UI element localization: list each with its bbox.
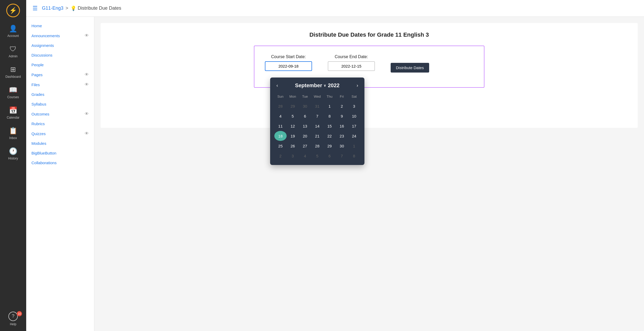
calendar-label: Calendar [7, 116, 20, 119]
sidebar-item-home[interactable]: Home [26, 21, 94, 31]
cal-day-cell[interactable]: 24 [348, 131, 360, 141]
cal-day-cell[interactable]: 5 [287, 111, 299, 121]
sidebar-item-history[interactable]: 🕐 History [0, 144, 26, 164]
cal-day-cell[interactable]: 15 [323, 121, 336, 131]
cal-day-cell[interactable]: 28 [311, 141, 324, 151]
cal-day-cell: 7 [336, 151, 348, 161]
sidebar-item-label: Collaborations [31, 161, 57, 165]
cal-day-cell[interactable]: 23 [336, 131, 348, 141]
cal-day-cell[interactable]: 18 [274, 131, 287, 141]
sidebar-item-account[interactable]: 👤 Account [0, 21, 26, 41]
sidebar-item-quizzes[interactable]: Quizzes👁 [26, 129, 94, 139]
sidebar-item-bigbluebutton[interactable]: BigBlueButton [26, 148, 94, 158]
help-badge: 10 [17, 311, 22, 316]
sidebar-item-rubrics[interactable]: Rubrics [26, 119, 94, 129]
cal-day-header-mon: Mon [287, 93, 299, 101]
cal-day-cell[interactable]: 3 [348, 101, 360, 111]
start-date-label: Course Start Date: [271, 54, 306, 59]
sidebar-item-grades[interactable]: Grades [26, 90, 94, 99]
cal-day-cell[interactable]: 13 [299, 121, 311, 131]
history-icon: 🕐 [9, 147, 17, 155]
breadcrumb-current: 💡 Distribute Due Dates [70, 5, 121, 11]
cal-day-cell[interactable]: 10 [348, 111, 360, 121]
breadcrumb-link[interactable]: G11-Eng3 [42, 5, 63, 11]
cal-day-cell[interactable]: 26 [287, 141, 299, 151]
cal-day-cell[interactable]: 14 [311, 121, 324, 131]
sidebar-item-collaborations[interactable]: Collaborations [26, 158, 94, 168]
eye-icon: 👁 [85, 82, 89, 87]
cal-day-cell[interactable]: 19 [287, 131, 299, 141]
courses-icon: 📖 [9, 86, 17, 94]
cal-day-cell[interactable]: 27 [299, 141, 311, 151]
distribute-button[interactable]: Distribute Dates [391, 63, 429, 73]
cal-day-cell[interactable]: 16 [336, 121, 348, 131]
help-label: Help [10, 322, 17, 326]
cal-day-cell[interactable]: 30 [336, 141, 348, 151]
cal-day-cell[interactable]: 22 [323, 131, 336, 141]
sidebar-item-outcomes[interactable]: Outcomes👁 [26, 109, 94, 119]
start-date-field: Course Start Date: [265, 54, 312, 71]
cal-day-cell[interactable]: 8 [323, 111, 336, 121]
cal-day-cell[interactable]: 29 [323, 141, 336, 151]
calendar-next-button[interactable]: › [354, 82, 360, 89]
sidebar-item-label: Announcements [31, 34, 60, 38]
cal-day-cell[interactable]: 7 [311, 111, 324, 121]
cal-day-cell[interactable]: 25 [274, 141, 287, 151]
courses-label: Courses [7, 95, 19, 99]
sidebar-item-label: People [31, 63, 44, 67]
sidebar-item-admin[interactable]: 🛡 Admin [0, 41, 26, 62]
end-date-input[interactable] [328, 61, 375, 71]
sidebar-item-help[interactable]: 10 ? Help [0, 308, 26, 329]
sidebar-item-label: Modules [31, 141, 46, 146]
cal-day-cell: 4 [299, 151, 311, 161]
sidebar-item-syllabus[interactable]: Syllabus [26, 99, 94, 109]
calendar-dropdown: ‹ September ∨ 2022 › SunMonTueWedThuFriS… [270, 78, 364, 165]
start-date-input[interactable] [265, 61, 312, 71]
cal-day-cell[interactable]: 17 [348, 121, 360, 131]
eye-icon: 👁 [85, 72, 89, 77]
content-card: Distribute Due Dates for Grade 11 Englis… [101, 23, 638, 128]
sidebar-item-label: Outcomes [31, 112, 49, 116]
sidebar-item-people[interactable]: People [26, 60, 94, 70]
sidebar-item-assignments[interactable]: Assignments [26, 41, 94, 50]
sidebar-item-label: Pages [31, 73, 43, 77]
cal-day-cell: 31 [311, 101, 324, 111]
sidebar-item-label: Quizzes [31, 131, 46, 136]
dashboard-icon: ⊞ [10, 65, 16, 74]
cal-day-cell[interactable]: 9 [336, 111, 348, 121]
account-label: Account [7, 34, 19, 38]
help-icon: ? [8, 312, 18, 321]
cal-day-cell[interactable]: 12 [287, 121, 299, 131]
calendar-month-year: September ∨ 2022 [295, 82, 340, 89]
calendar-prev-button[interactable]: ‹ [274, 82, 280, 89]
sidebar-item-inbox[interactable]: 📋 Inbox [0, 123, 26, 144]
cal-day-cell[interactable]: 20 [299, 131, 311, 141]
cal-day-cell[interactable]: 1 [323, 101, 336, 111]
cal-day-header-tue: Tue [299, 93, 311, 101]
sidebar-item-pages[interactable]: Pages👁 [26, 70, 94, 80]
sidebar-item-modules[interactable]: Modules [26, 139, 94, 148]
sidebar-item-dashboard[interactable]: ⊞ Dashboard [0, 62, 26, 82]
cal-day-cell: 6 [323, 151, 336, 161]
sidebar-item-calendar[interactable]: 📅 Calendar [0, 103, 26, 123]
inbox-label: Inbox [9, 136, 17, 140]
main-area: ☰ G11-Eng3 > 💡 Distribute Due Dates Home… [26, 0, 644, 331]
course-sidebar: HomeAnnouncements👁AssignmentsDiscussions… [26, 17, 94, 331]
cal-day-cell[interactable]: 2 [336, 101, 348, 111]
nav-logo[interactable]: ⚡ [0, 0, 26, 21]
top-header: ☰ G11-Eng3 > 💡 Distribute Due Dates [26, 0, 644, 17]
sidebar-item-courses[interactable]: 📖 Courses [0, 82, 26, 103]
sidebar-item-discussions[interactable]: Discussions [26, 50, 94, 60]
cal-day-cell[interactable]: 6 [299, 111, 311, 121]
cal-day-header-fri: Fri [336, 93, 348, 101]
cal-day-cell[interactable]: 11 [274, 121, 287, 131]
sidebar-item-label: Discussions [31, 53, 52, 57]
page-content: Distribute Due Dates for Grade 11 Englis… [94, 17, 644, 331]
cal-day-cell[interactable]: 4 [274, 111, 287, 121]
hamburger-menu[interactable]: ☰ [32, 5, 38, 12]
sidebar-item-announcements[interactable]: Announcements👁 [26, 31, 94, 41]
date-container: Course Start Date: Course End Date: Dist… [254, 46, 484, 88]
cal-day-cell: 29 [287, 101, 299, 111]
sidebar-item-files[interactable]: Files👁 [26, 80, 94, 90]
cal-day-cell[interactable]: 21 [311, 131, 324, 141]
